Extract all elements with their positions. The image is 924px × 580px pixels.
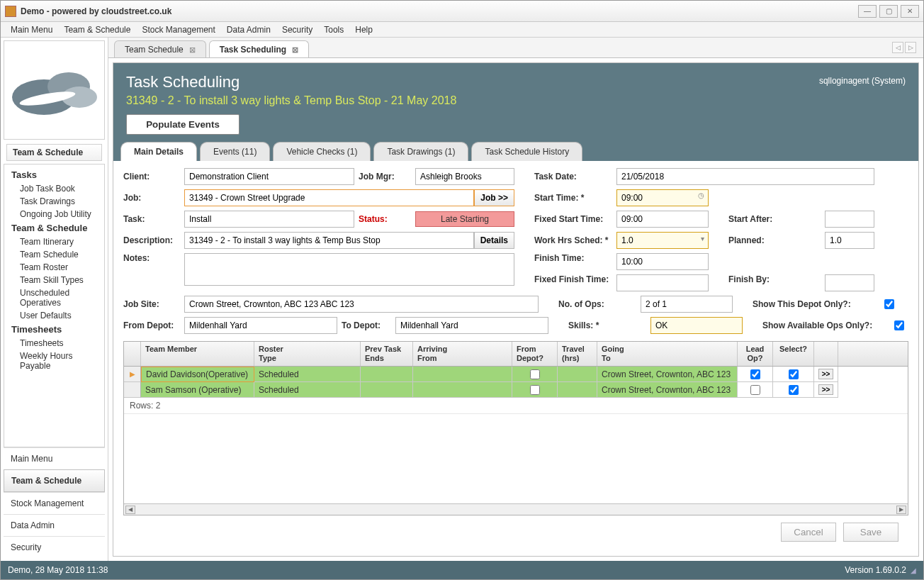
client-field[interactable]	[184, 168, 354, 185]
cell-goto[interactable]: >>	[814, 382, 838, 398]
menu-data-admin[interactable]: Data Admin	[221, 23, 276, 37]
menu-stock[interactable]: Stock Management	[136, 23, 220, 37]
nav-ongoing-job-utility[interactable]: Ongoing Job Utility	[4, 208, 104, 221]
cancel-button[interactable]: Cancel	[781, 523, 836, 542]
nav-task-drawings[interactable]: Task Drawings	[4, 195, 104, 208]
jobmgr-label: Job Mgr:	[359, 172, 411, 182]
sb-stock[interactable]: Stock Management	[4, 492, 105, 514]
cell-from-depot[interactable]	[512, 382, 558, 398]
scroll-right-icon[interactable]: ▶	[896, 506, 906, 514]
sb-data-admin[interactable]: Data Admin	[4, 514, 105, 536]
menu-team-schedule[interactable]: Team & Schedule	[58, 23, 136, 37]
job-field[interactable]	[184, 189, 474, 206]
tab-next-icon[interactable]: ▷	[905, 42, 916, 53]
th-team-member[interactable]: Team Member	[141, 342, 254, 366]
fromdepot-field[interactable]	[184, 317, 337, 334]
tab-close-icon[interactable]: ⊠	[189, 45, 196, 55]
job-goto-button[interactable]: Job >>	[474, 189, 514, 206]
starttime-field[interactable]	[616, 189, 709, 206]
finish-field[interactable]	[616, 253, 709, 270]
save-button[interactable]: Save	[843, 523, 898, 542]
inner-tab-main-details[interactable]: Main Details	[120, 142, 197, 161]
startafter-field[interactable]	[825, 211, 874, 228]
cell-team-member[interactable]: David Davidson(Operative)	[141, 367, 254, 382]
sb-security[interactable]: Security	[4, 536, 105, 558]
table-row[interactable]: ▶ David Davidson(Operative) Scheduled Cr…	[124, 367, 908, 382]
jobmgr-field[interactable]	[415, 168, 514, 185]
todepot-field[interactable]	[395, 317, 548, 334]
starttime-label: Start Time: *	[534, 193, 612, 203]
th-select[interactable]: Select?	[773, 342, 814, 366]
th-lead-op[interactable]: Lead Op?	[738, 342, 773, 366]
tabbar: Team Schedule ⊠ Task Scheduling ⊠ ◁ ▷	[108, 38, 923, 57]
cell-from-depot[interactable]	[512, 367, 558, 382]
nav-group-tasks[interactable]: Tasks	[4, 167, 104, 182]
desc-field[interactable]	[184, 232, 474, 249]
menu-main[interactable]: Main Menu	[5, 23, 58, 37]
cell-select[interactable]	[773, 382, 814, 398]
skills-field[interactable]	[650, 317, 743, 334]
inner-tab-events[interactable]: Events (11)	[200, 142, 270, 161]
cell-goto[interactable]: >>	[814, 367, 838, 382]
taskdate-field[interactable]	[616, 168, 874, 185]
details-button[interactable]: Details	[474, 232, 514, 249]
workhrs-field[interactable]	[616, 232, 709, 249]
cell-team-member[interactable]: Sam Samson (Operative)	[141, 382, 254, 398]
resize-grip-icon[interactable]: ◢	[911, 567, 916, 574]
table-row[interactable]: Sam Samson (Operative) Scheduled Crown S…	[124, 382, 908, 398]
nav-weekly-hours[interactable]: Weekly Hours Payable	[4, 350, 104, 372]
nav-group-timesheets[interactable]: Timesheets	[4, 322, 104, 337]
finishby-field[interactable]	[825, 274, 874, 291]
inner-tab-history[interactable]: Task Schedule History	[471, 142, 582, 161]
sb-team-schedule[interactable]: Team & Schedule	[4, 469, 105, 492]
showavail-checkbox[interactable]	[894, 320, 904, 330]
fixedfinish-field[interactable]	[616, 274, 709, 291]
nav-user-defaults[interactable]: User Defaults	[4, 309, 104, 322]
th-indicator	[124, 342, 141, 366]
cell-lead[interactable]	[738, 382, 773, 398]
showdepot-checkbox[interactable]	[884, 299, 894, 309]
menu-tools[interactable]: Tools	[318, 23, 349, 37]
nav-unscheduled-operatives[interactable]: Unscheduled Operatives	[4, 286, 104, 309]
nav-team-skill-types[interactable]: Team Skill Types	[4, 274, 104, 286]
th-from-depot[interactable]: From Depot?	[512, 342, 558, 366]
th-going-to[interactable]: Going To	[597, 342, 738, 366]
planned-field[interactable]	[825, 232, 874, 249]
nav-team-roster[interactable]: Team Roster	[4, 261, 104, 274]
nav-team-schedule[interactable]: Team Schedule	[4, 248, 104, 261]
th-travel[interactable]: Travel (hrs)	[558, 342, 597, 366]
minimize-button[interactable]: —	[858, 5, 877, 18]
notes-field[interactable]	[184, 253, 514, 286]
menu-security[interactable]: Security	[276, 23, 318, 37]
fixedstart-field[interactable]	[616, 211, 709, 228]
scroll-left-icon[interactable]: ◀	[125, 506, 135, 514]
inner-tab-task-drawings[interactable]: Task Drawings (1)	[373, 142, 468, 161]
th-prev-task[interactable]: Prev Task Ends	[361, 342, 413, 366]
statusbar: Demo, 28 May 2018 11:38 Version 1.69.0.2…	[1, 561, 923, 579]
table-scrollbar[interactable]: ◀ ▶	[124, 503, 908, 515]
nav-group-team[interactable]: Team & Schedule	[4, 221, 104, 235]
sb-main-menu[interactable]: Main Menu	[4, 447, 105, 469]
task-label: Task:	[123, 214, 180, 224]
jobsite-field[interactable]	[184, 296, 539, 313]
tab-task-scheduling[interactable]: Task Scheduling ⊠	[209, 40, 309, 57]
cell-select[interactable]	[773, 367, 814, 382]
noops-field[interactable]	[641, 296, 733, 313]
cell-lead[interactable]	[738, 367, 773, 382]
tab-close-icon[interactable]: ⊠	[292, 45, 298, 55]
tab-team-schedule[interactable]: Team Schedule ⊠	[114, 40, 206, 57]
th-roster-type[interactable]: Roster Type	[254, 342, 361, 366]
tab-label: Task Scheduling	[220, 45, 286, 55]
maximize-button[interactable]: ▢	[879, 5, 898, 18]
task-field[interactable]	[184, 211, 354, 228]
inner-tab-vehicle-checks[interactable]: Vehicle Checks (1)	[273, 142, 371, 161]
app-icon	[5, 6, 16, 17]
nav-timesheets[interactable]: Timesheets	[4, 337, 104, 350]
populate-events-button[interactable]: Populate Events	[126, 114, 240, 135]
close-button[interactable]: ✕	[901, 5, 919, 18]
nav-team-itinerary[interactable]: Team Itinerary	[4, 235, 104, 248]
nav-job-task-book[interactable]: Job Task Book	[4, 182, 104, 195]
tab-prev-icon[interactable]: ◁	[892, 42, 903, 53]
th-arriving-from[interactable]: Arriving From	[413, 342, 512, 366]
menu-help[interactable]: Help	[349, 23, 378, 37]
